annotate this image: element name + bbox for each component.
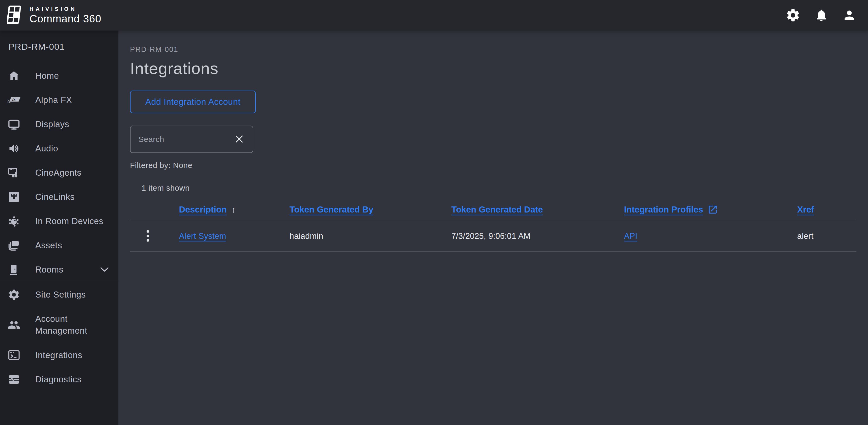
cineagents-icon <box>7 166 21 179</box>
brand-name: HAIVISION <box>29 6 101 11</box>
sidebar-item-assets[interactable]: Assets <box>0 233 118 257</box>
settings-button[interactable] <box>785 8 801 23</box>
sidebar-item-label: Diagnostics <box>35 374 82 386</box>
assets-icon <box>7 239 21 252</box>
sidebar-item-site-settings[interactable]: Site Settings <box>0 282 118 307</box>
room-name-label: PRD-RM-001 <box>0 41 118 52</box>
svg-text:fx: fx <box>12 97 16 102</box>
sidebar-item-label: Displays <box>35 119 69 130</box>
sidebar-item-label: Account Management <box>35 313 107 336</box>
audio-icon <box>7 142 21 155</box>
description-sort-link[interactable]: Description <box>179 205 227 215</box>
sidebar-item-label: CineLinks <box>35 191 74 203</box>
sidebar-item-account-management[interactable]: Account Management <box>0 307 118 343</box>
clear-search-button[interactable] <box>232 132 246 146</box>
sidebar-item-label: Audio <box>35 143 58 155</box>
sidebar-item-label: Site Settings <box>35 289 86 301</box>
sidebar-divider <box>0 282 118 282</box>
items-shown-count: 1 item shown <box>142 184 857 192</box>
brand[interactable]: HAIVISION Command 360 <box>7 4 101 26</box>
sidebar-item-label: Home <box>35 70 59 82</box>
filter-status: Filtered by: None <box>130 161 857 170</box>
row-actions-cell <box>130 228 179 245</box>
sidebar-item-in-room-devices[interactable]: In Room Devices <box>0 209 118 233</box>
column-header-xref: Xref <box>797 205 857 215</box>
top-bar: HAIVISION Command 360 <box>0 0 868 31</box>
sidebar-item-integrations[interactable]: Integrations <box>0 343 118 367</box>
table-header-row: Description ↑ Token Generated By Token G… <box>130 204 857 221</box>
gear-icon <box>7 288 21 301</box>
integration-profiles-link-header[interactable]: Integration Profiles <box>624 205 703 215</box>
rooms-icon <box>7 263 21 276</box>
sidebar-item-diagnostics[interactable]: Diagnostics <box>0 367 118 392</box>
table-row: Alert System haiadmin 7/3/2025, 9:06:01 … <box>130 221 857 252</box>
sidebar-item-cinelinks[interactable]: CineLinks <box>0 185 118 209</box>
brand-product: Command 360 <box>29 13 101 25</box>
xref-sort-link[interactable]: Xref <box>797 205 814 215</box>
sidebar-item-label: Alpha FX <box>35 94 72 106</box>
sort-ascending-icon: ↑ <box>231 205 236 215</box>
sidebar-item-label: Integrations <box>35 350 82 361</box>
sidebar-item-label: CineAgents <box>35 167 82 179</box>
sidebar: PRD-RM-001 Home αfx Alpha FX <box>0 31 118 425</box>
token-generated-date-sort-link[interactable]: Token Generated Date <box>452 205 543 215</box>
person-icon <box>842 8 857 22</box>
token-generated-by-cell: haiadmin <box>289 232 452 241</box>
alpha-fx-icon: αfx <box>7 93 21 107</box>
sidebar-item-label: In Room Devices <box>35 215 103 227</box>
search-input[interactable] <box>138 135 232 144</box>
description-link[interactable]: Alert System <box>179 232 226 241</box>
sidebar-item-cineagents[interactable]: CineAgents <box>0 161 118 185</box>
column-header-description: Description ↑ <box>179 205 289 215</box>
display-icon <box>7 118 21 131</box>
sidebar-item-displays[interactable]: Displays <box>0 112 118 136</box>
column-header-token-generated-date: Token Generated Date <box>452 205 624 215</box>
breadcrumb: PRD-RM-001 <box>130 46 857 53</box>
sidebar-item-home[interactable]: Home <box>0 64 118 88</box>
token-generated-by-sort-link[interactable]: Token Generated By <box>289 205 373 215</box>
sidebar-item-audio[interactable]: Audio <box>0 136 118 161</box>
app-window: HAIVISION Command 360 <box>0 0 868 425</box>
sidebar-item-alpha-fx[interactable]: αfx Alpha FX <box>0 88 118 112</box>
row-actions-menu-button[interactable] <box>144 228 152 245</box>
home-icon <box>7 69 21 83</box>
external-link-icon <box>708 204 718 215</box>
main-content: PRD-RM-001 Integrations Add Integration … <box>118 31 868 425</box>
account-button[interactable] <box>842 8 857 22</box>
page-title: Integrations <box>130 60 857 78</box>
bell-icon <box>814 8 829 22</box>
people-icon <box>7 318 21 332</box>
chevron-down-icon <box>100 267 109 272</box>
sidebar-item-label: Assets <box>35 240 62 251</box>
terminal-icon <box>7 348 21 362</box>
cinelinks-icon <box>7 190 21 204</box>
token-generated-date-cell: 7/3/2025, 9:06:01 AM <box>452 232 624 241</box>
integrations-table: Description ↑ Token Generated By Token G… <box>130 204 857 252</box>
column-header-integration-profiles: Integration Profiles <box>624 204 797 215</box>
notifications-button[interactable] <box>814 8 829 22</box>
diagnostics-pulse-icon <box>7 373 21 386</box>
in-room-devices-icon <box>7 215 21 228</box>
integration-profiles-link[interactable]: API <box>624 232 638 241</box>
settings-icon <box>785 8 801 23</box>
kebab-menu-icon <box>146 230 150 243</box>
haivision-logo-icon <box>7 4 24 26</box>
search-box <box>130 126 253 153</box>
description-cell: Alert System <box>179 232 289 241</box>
column-header-token-generated-by: Token Generated By <box>289 205 452 215</box>
integration-profiles-cell: API <box>624 232 797 241</box>
close-icon <box>234 134 244 145</box>
sidebar-item-label: Rooms <box>35 264 63 276</box>
sidebar-item-rooms[interactable]: Rooms <box>0 257 118 282</box>
topbar-actions <box>785 8 857 23</box>
xref-cell: alert <box>797 232 857 241</box>
add-integration-account-button[interactable]: Add Integration Account <box>130 91 256 113</box>
